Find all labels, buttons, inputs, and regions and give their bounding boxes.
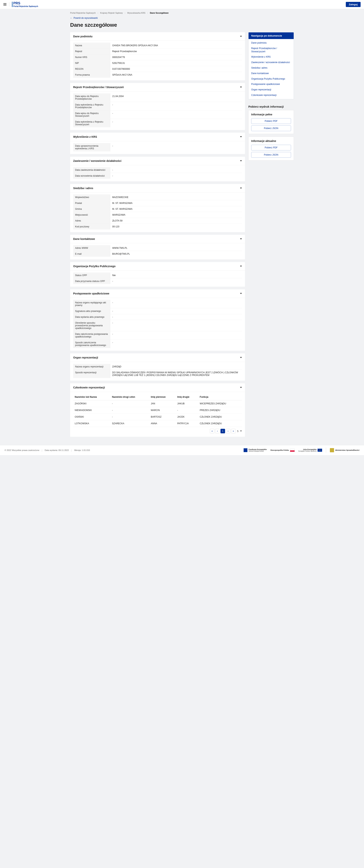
crumb-search[interactable]: Wyszukiwarka KRS — [127, 12, 145, 14]
kv-row: Data wykreślenia z Rejestru Stowarzyszeń… — [73, 119, 242, 127]
download-full-json-button[interactable]: Pobierz JSON — [251, 125, 291, 131]
doc-nav-card: Nawigacja po dokumencie Dane podmiotuRej… — [248, 32, 294, 99]
kv-label: Nazwa organu reprezentacji — [73, 364, 110, 370]
nav-item[interactable]: Organizacja Pożytku Publicznego — [248, 76, 294, 82]
site-logo[interactable]: PRS Portal Rejestrów Sądowych — [12, 1, 38, 7]
page-1-button[interactable]: 1 — [220, 429, 225, 433]
panel-header-dane-podmiotu[interactable]: Dane podmiotu — [70, 32, 245, 41]
kv-row: Data uprawomocnienia wykreślenia z KRS- — [73, 143, 242, 151]
nav-item[interactable]: Wykreślenie z KRS — [248, 54, 294, 60]
kv-row: Data przyznania statusu OPP- — [73, 278, 242, 284]
kv-label: NIP — [73, 60, 110, 66]
panel-title: Postępowanie upadłościowe — [73, 292, 110, 295]
kv-value: OANDA TMS BROKERS SPÓŁKA AKCYJNA — [110, 43, 242, 48]
download-full-pdf-button[interactable]: Pobierz PDF — [251, 118, 291, 124]
panel-header-rejestr[interactable]: Rejestr Przedsiębiorców / Stowarzyszeń — [70, 83, 245, 92]
page-total: 5 — [236, 430, 239, 433]
logo-full: Portal Rejestrów Sądowych — [13, 5, 38, 7]
chevron-down-icon — [240, 293, 242, 294]
kv-label: Sposób zakończenia postępowania upadłośc… — [73, 340, 110, 348]
kv-label: Powiat — [73, 200, 110, 206]
nav-item[interactable]: Postępowanie upadłościowe — [248, 82, 294, 87]
page-first-button[interactable]: « — [210, 429, 214, 433]
table-header: Imię drugie — [176, 394, 198, 400]
kv-value: - — [110, 314, 242, 320]
panel-header-zawieszenie[interactable]: Zawieszenie / wznowienie działalności — [70, 157, 245, 165]
kv-label: Kod pocztowy — [73, 224, 110, 229]
table-row: OSIŃSKI-BARTOSZJACEKCZŁONEK ZARZĄDU — [73, 414, 242, 420]
kv-row: Data wpisu do Rejestru Stowarzyszeń- — [73, 111, 242, 119]
table-cell: WICEPREZES ZARZĄDU — [198, 400, 242, 407]
page-prev-button[interactable]: ‹ — [215, 429, 220, 433]
page-last-button[interactable]: » — [231, 429, 236, 433]
hamburger-menu-button[interactable] — [3, 3, 6, 5]
kv-row: Adres WWWWWW.TMS.PL — [73, 245, 242, 251]
kv-label: Adres — [73, 218, 110, 224]
kv-label: REGON — [73, 66, 110, 72]
panel-title: Wykreślenie z KRS — [73, 135, 97, 138]
table-cell: - — [111, 414, 149, 420]
panel-header-organ[interactable]: Organ reprezentacji — [70, 353, 245, 362]
kv-value: ZŁOTA 59 — [110, 218, 242, 224]
panel-title: Rejestr Przedsiębiorców / Stowarzyszeń — [73, 86, 124, 89]
kv-value: 21.04.2004 — [110, 93, 242, 102]
downloads-full-title: Informacje pełne — [251, 113, 291, 116]
kv-label: Miejscowość — [73, 212, 110, 218]
kv-row: Data zakończenia postępowania upadłościo… — [73, 331, 242, 340]
kv-label: Sposób reprezentacji — [73, 370, 110, 378]
chevron-down-icon — [240, 87, 242, 88]
kv-label: Data wznowienia działalności — [73, 173, 110, 179]
kv-row: Forma prawnaSPÓŁKA AKCYJNA — [73, 72, 242, 78]
kv-value: - — [110, 143, 242, 151]
panel-title: Organizacja Pożytku Publicznego — [73, 265, 116, 268]
table-cell: PATRYCJA — [176, 420, 198, 427]
panel-header-opp[interactable]: Organizacja Pożytku Publicznego — [70, 262, 245, 271]
kv-row: Status OPPNie — [73, 273, 242, 278]
crumb-home[interactable]: Portal Rejestrów Sądowych — [70, 12, 96, 14]
download-current-pdf-button[interactable]: Pobierz PDF — [251, 145, 291, 150]
kv-row: Kod pocztowy00-120 — [73, 224, 242, 229]
nav-item[interactable]: Dane podmiotu — [248, 40, 294, 46]
return-link[interactable]: ← Powrót do wyszukiwarki — [70, 17, 294, 19]
panel-title: Siedziba i adres — [73, 187, 93, 190]
table-cell: JACEK — [176, 414, 198, 420]
kv-row: Sygnatura aktu prawnego- — [73, 308, 242, 314]
kv-row: AdresZŁOTA 59 — [73, 218, 242, 224]
panel-wykreslenie: Wykreślenie z KRS Data uprawomocnienia w… — [70, 133, 245, 154]
panel-upadlosc: Postępowanie upadłościowe Nazwa organu w… — [70, 289, 245, 351]
chevron-down-icon — [240, 36, 242, 37]
kv-label: Forma prawna — [73, 72, 110, 78]
panel-header-kontakt[interactable]: Dane kontaktowe — [70, 235, 245, 243]
arrow-left-icon: ← — [70, 17, 72, 19]
panel-kontakt: Dane kontaktowe Adres WWWWWW.TMS.PLE-mai… — [70, 235, 245, 259]
panel-header-upadlosc[interactable]: Postępowanie upadłościowe — [70, 289, 245, 298]
login-button[interactable]: Zaloguj — [346, 2, 361, 7]
downloads-full: Informacje pełne Pobierz PDF Pobierz JSO… — [248, 110, 294, 134]
kv-label: Nazwa organu wydającego akt prawny — [73, 300, 110, 308]
table-cell: NIEWIADOMSKI — [73, 407, 111, 414]
kv-row: RejestrRejestr Przedsiębiorców — [73, 49, 242, 54]
nav-item[interactable]: Zawieszenie / wznowienie działalności — [248, 60, 294, 65]
nav-item[interactable]: Organ reprezentacji — [248, 87, 294, 92]
kv-value: SPÓŁKA AKCYJNA — [110, 72, 242, 78]
nav-item[interactable]: Siedziba i adres — [248, 65, 294, 71]
kv-value: - — [110, 300, 242, 308]
kv-value: - — [110, 119, 242, 127]
kv-value: BIURO@TMS.PL — [110, 251, 242, 257]
page-next-button[interactable]: › — [226, 429, 230, 433]
logo-abbr: PRS — [13, 1, 38, 5]
nav-item[interactable]: Dane kontaktowe — [248, 71, 294, 76]
crumb-krs[interactable]: Krajowy Rejestr Sądowy — [100, 12, 123, 14]
panel-header-siedziba[interactable]: Siedziba i adres — [70, 184, 245, 192]
panel-header-czlonkowie[interactable]: Członkowie reprezentacji — [70, 383, 245, 392]
panel-title: Dane podmiotu — [73, 35, 92, 38]
kv-value: - — [110, 331, 242, 340]
nav-item[interactable]: Rejestr Przedsiębiorców / Stowarzyszeń — [248, 46, 294, 54]
table-cell: CZŁONEK ZARZĄDU — [198, 420, 242, 427]
download-current-json-button[interactable]: Pobierz JSON — [251, 152, 291, 158]
panel-header-wykreslenie[interactable]: Wykreślenie z KRS — [70, 133, 245, 141]
table-cell: SZARECKA — [111, 420, 149, 427]
kv-row: NazwaOANDA TMS BROKERS SPÓŁKA AKCYJNA — [73, 43, 242, 49]
kv-label: Gmina — [73, 206, 110, 212]
nav-item[interactable]: Członkowie reprezentacji — [248, 92, 294, 98]
